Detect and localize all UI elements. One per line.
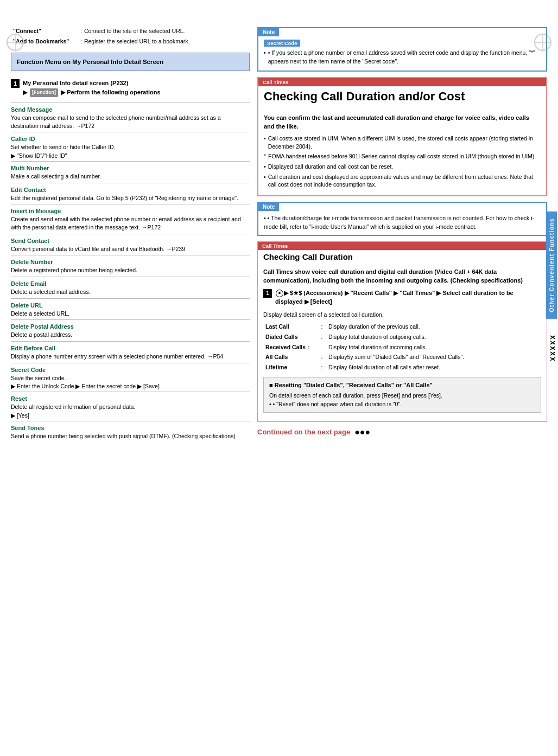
send-contact-desc: Convert personal data to vCard file and …	[11, 245, 250, 253]
note-box-1: Note Secret Code • • If you select a pho…	[257, 27, 547, 72]
call-times-main-body: You can confirm the last and accumulated…	[258, 110, 546, 195]
lifetime-key: Lifetime	[263, 362, 318, 373]
caller-id-title: Caller ID	[11, 136, 250, 142]
section-delete-url: Delete URL Delete a selected URL.	[11, 298, 250, 320]
table-row: Dialed Calls : Display total duration of…	[263, 332, 541, 342]
top-labels-section: "Connect" : Connect to the site of the s…	[11, 27, 250, 45]
insert-in-message-desc: Create and send email with the selected …	[11, 215, 250, 231]
table-row: Received Calls : Display total duration …	[263, 342, 541, 353]
received-calls-value: Display total duration of incoming calls…	[326, 342, 541, 353]
call-times-duration-header: Call Times	[258, 242, 547, 250]
select-button[interactable]: [Select]	[310, 298, 332, 305]
section-delete-number: Delete Number Delete a registered phone …	[11, 255, 250, 277]
note-content-1: Secret Code • • If you select a phone nu…	[258, 36, 546, 71]
table-row: Lifetime : Display 6total duration of al…	[263, 362, 541, 373]
bullet-item-2: FOMA handset released before 901i Series…	[264, 152, 541, 161]
call-times-bullet-list: Call costs are stored in UIM. When a dif…	[264, 134, 541, 189]
delete-email-title: Delete Email	[11, 280, 250, 287]
secret-code-title: Secret Code	[11, 367, 250, 373]
all-calls-colon: :	[318, 352, 326, 362]
multi-number-title: Multi Number	[11, 165, 250, 171]
call-times-main-intro: You can confirm the last and accumulated…	[264, 113, 541, 131]
step-1-number: 1	[11, 79, 20, 88]
dialed-calls-key: Dialed Calls	[263, 332, 318, 342]
received-calls-key: Received Calls :	[263, 342, 318, 353]
bullet-item-3: Displayed call duration and call cost ca…	[264, 163, 541, 171]
send-message-desc: You can compose mail to send to the sele…	[11, 114, 250, 130]
note-bullet-text-1: • If you select a phone number or email …	[268, 49, 541, 66]
dialed-calls-colon: :	[318, 332, 326, 342]
caller-id-desc: Set whether to send or hide the Caller I…	[11, 143, 250, 151]
section-send-contact: Send Contact Convert personal data to vC…	[11, 234, 250, 255]
reset-sub-text: ▶ [Yes]	[11, 412, 29, 419]
section-multi-number: Multi Number Make a call selecting a dia…	[11, 161, 250, 183]
insert-in-message-title: Insert in Message	[11, 208, 250, 214]
step-1-block: 1 My Personal Info detail screen (P232) …	[11, 79, 250, 97]
call-times-main-title-block: Checking Call Duration and/or Cost	[258, 86, 546, 110]
lifetime-colon: :	[318, 362, 326, 373]
duration-step-1-number: 1	[263, 289, 272, 298]
section-secret-code: Secret Code Save the secret code. ▶ Ente…	[11, 363, 250, 392]
step-1-text: My Personal Info detail screen (P232) ▶ …	[23, 79, 161, 97]
send-message-title: Send Message	[11, 106, 250, 113]
delete-number-desc: Delete a registered phone number being s…	[11, 266, 250, 274]
table-row: All Calls : Display5y sum of "Dialed Cal…	[263, 352, 541, 362]
display-detail-text: Display detail screen of a selected call…	[263, 311, 541, 319]
bullet-item-4: Call duration and cost displayed are app…	[264, 173, 541, 189]
bookmarks-label-value: Register the selected URL to a bookmark.	[84, 37, 190, 46]
received-calls-colon	[318, 342, 326, 353]
delete-url-desc: Delete a selected URL.	[11, 310, 250, 318]
xxxxx-label: XXXXX	[549, 334, 557, 361]
step-1-btn-icon: ▶ [Function] ▶ Perform the following ope…	[23, 89, 161, 95]
call-times-main-header: Call Times	[258, 78, 546, 86]
step-1-main-text: My Personal Info detail screen (P232)	[23, 80, 128, 86]
edit-before-call-title: Edit Before Call	[11, 345, 250, 351]
section-caller-id: Caller ID Set whether to send or hide th…	[11, 132, 250, 161]
section-reset: Reset Delete all registered information …	[11, 392, 250, 421]
continued-footer: Continued on the next page ●●●	[257, 427, 547, 437]
call-times-duration-title: Checking Call Duration	[263, 252, 541, 262]
note-header-1: Note	[258, 28, 279, 36]
multi-number-desc: Make a call selecting a dial number.	[11, 172, 250, 181]
corner-decoration-tl	[4, 31, 26, 53]
reset-section-text: On detail screen of each call duration, …	[269, 392, 535, 400]
bullet-item-1: Call costs are stored in UIM. When a dif…	[264, 134, 541, 150]
section-edit-contact: Edit Contact Edit the registered persona…	[11, 183, 250, 204]
note-text-2-content: • The duration/charge for i-mode transmi…	[264, 215, 534, 230]
function-menu-box: Function Menu on My Personal Info Detail…	[11, 53, 250, 71]
lifetime-value: Display 6total duration of all calls aft…	[326, 362, 541, 373]
call-times-duration-intro: Call Times show voice call duration and …	[263, 267, 541, 285]
secret-code-desc: Save the secret code.	[11, 374, 250, 382]
bookmarks-colon: :	[80, 37, 82, 46]
connect-label-value: Connect to the site of the selected URL.	[84, 27, 185, 35]
right-column: Note Secret Code • • If you select a pho…	[257, 27, 547, 443]
note-bullet-dot-2: •	[264, 215, 268, 221]
reset-section-note-text: • "Reset" does not appear when call dura…	[273, 401, 402, 407]
call-times-duration-section: Call Times Checking Call Duration Call T…	[257, 241, 547, 422]
section-delete-postal: Delete Postal Address Delete a postal ad…	[11, 319, 250, 341]
all-calls-key: All Calls	[263, 352, 318, 362]
note-bullet-1: • • If you select a phone number or emai…	[264, 49, 541, 66]
call-times-main-section: Call Times Checking Call Duration and/or…	[257, 77, 547, 197]
function-button[interactable]: [Function]	[30, 88, 58, 97]
reset-title-label: Reset	[11, 395, 250, 402]
last-call-key: Last Call	[263, 322, 318, 332]
section-send-tones: Send Tones Send a phone number being sel…	[11, 421, 250, 443]
delete-postal-title: Delete Postal Address	[11, 323, 250, 330]
note-content-2: • • The duration/charge for i-mode trans…	[258, 211, 546, 235]
connect-colon: :	[80, 27, 82, 35]
left-column: "Connect" : Connect to the site of the s…	[11, 27, 250, 443]
call-times-main-title: Checking Call Duration and/or Cost	[264, 89, 541, 104]
call-times-duration-title-block: Checking Call Duration	[258, 250, 547, 264]
reset-desc: Delete all registered information of per…	[11, 403, 250, 411]
delete-postal-desc: Delete a postal address.	[11, 331, 250, 339]
function-menu-title: Function Menu on My Personal Info Detail…	[17, 57, 244, 66]
delete-number-title: Delete Number	[11, 259, 250, 265]
secret-code-sub: ▶ Enter the Unlock Code ▶ Enter the secr…	[11, 383, 250, 389]
note-header-2: Note	[258, 203, 279, 211]
send-tones-title: Send Tones	[11, 425, 250, 431]
send-contact-title: Send Contact	[11, 238, 250, 244]
all-calls-value: Display5y sum of "Dialed Calls" and "Rec…	[326, 352, 541, 362]
section-edit-before-call: Edit Before Call Display a phone number …	[11, 341, 250, 363]
reset-section-title: Resetting "Dialed Calls", "Received Call…	[269, 381, 535, 390]
